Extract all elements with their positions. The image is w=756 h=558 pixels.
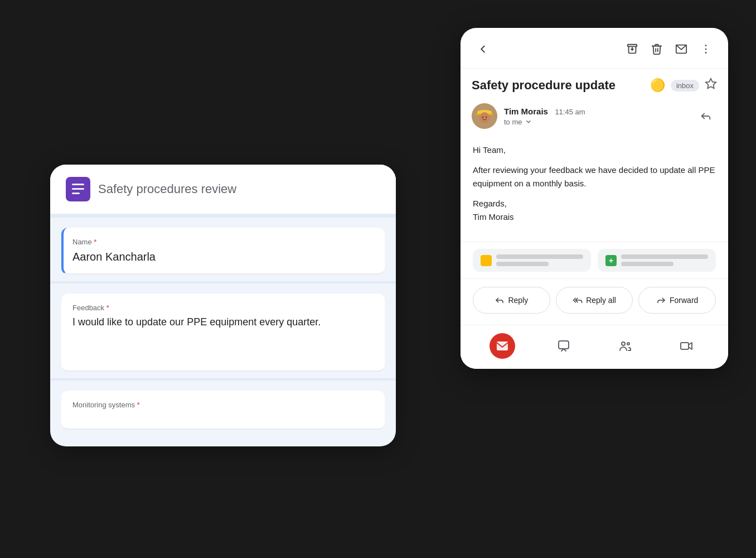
- feedback-field[interactable]: Feedback * I would like to update our PP…: [61, 294, 385, 372]
- gmail-actions: Reply Reply all Forward: [461, 278, 728, 325]
- monitoring-label: Monitoring systems *: [72, 401, 374, 409]
- chip-green-icon: +: [605, 255, 617, 266]
- archive-button[interactable]: [621, 38, 643, 60]
- svg-point-17: [486, 117, 487, 118]
- sender-time: 11:45 am: [555, 108, 585, 116]
- body-paragraph: After reviewing your feedback we have de…: [473, 163, 716, 190]
- divider2: [50, 281, 396, 283]
- chip-line-short-2: [621, 262, 673, 266]
- suggestions-row: +: [461, 242, 728, 278]
- reply-all-button[interactable]: Reply all: [556, 287, 633, 314]
- svg-point-9: [705, 52, 707, 54]
- gmail-card: Safety procedure update 🟡 inbox: [461, 28, 728, 369]
- svg-point-15: [479, 112, 490, 123]
- closing: Regards, Tim Morais: [473, 197, 716, 224]
- forms-title: Safety procedures review: [98, 182, 236, 196]
- svg-point-8: [705, 49, 707, 50]
- chip-lines-2: [621, 254, 708, 266]
- inbox-badge: inbox: [671, 80, 699, 92]
- back-button[interactable]: [472, 38, 494, 60]
- chip-lines-1: [496, 254, 583, 266]
- forms-header: Safety procedures review: [50, 165, 396, 214]
- nav-meet-button[interactable]: [612, 333, 638, 359]
- reply-button[interactable]: Reply: [473, 287, 550, 314]
- nav-video-button[interactable]: [673, 333, 699, 359]
- nav-mail-button[interactable]: [490, 333, 515, 359]
- chip-line: [496, 254, 583, 259]
- suggestion-chip-1[interactable]: [473, 249, 591, 272]
- email-body: Hi Team, After reviewing your feedback w…: [461, 134, 728, 242]
- svg-rect-23: [681, 343, 689, 349]
- mail-button[interactable]: [670, 38, 692, 60]
- svg-point-22: [627, 343, 629, 345]
- monitoring-field[interactable]: Monitoring systems *: [61, 391, 385, 430]
- bottom-nav: [461, 325, 728, 369]
- forward-button[interactable]: Forward: [638, 287, 716, 314]
- svg-marker-10: [706, 79, 716, 88]
- greeting: Hi Team,: [473, 143, 716, 157]
- forms-divider: [50, 214, 396, 218]
- sender-to[interactable]: to me: [504, 118, 688, 126]
- name-value: Aaron Kancharla: [72, 251, 374, 263]
- toolbar-left: [472, 38, 617, 60]
- divider3: [50, 378, 396, 381]
- sender-name: Tim Morais: [504, 107, 548, 116]
- chip-yellow-icon: [481, 255, 492, 266]
- svg-rect-2: [72, 188, 84, 190]
- svg-rect-3: [72, 193, 80, 194]
- svg-rect-1: [72, 184, 84, 185]
- subject-row: Safety procedure update 🟡 inbox: [461, 69, 728, 98]
- nav-chat-button[interactable]: [551, 333, 576, 359]
- feedback-value: I would like to update our PPE equipment…: [72, 316, 374, 328]
- forms-icon: [66, 177, 90, 201]
- suggestion-chip-2[interactable]: +: [598, 249, 716, 272]
- sender-info: Tim Morais 11:45 am to me: [504, 107, 688, 126]
- chip-line-short: [496, 262, 549, 266]
- toolbar-icons: [621, 38, 717, 60]
- name-required: *: [94, 238, 96, 246]
- chip-line-2: [621, 254, 708, 259]
- svg-point-7: [705, 45, 707, 46]
- svg-rect-20: [559, 341, 569, 349]
- monitoring-required: *: [137, 401, 140, 409]
- delete-button[interactable]: [646, 38, 668, 60]
- avatar: [472, 103, 497, 129]
- feedback-label: Feedback *: [72, 304, 374, 312]
- name-field[interactable]: Name * Aaron Kancharla: [61, 228, 385, 275]
- svg-point-21: [622, 342, 625, 345]
- subject-emoji: 🟡: [650, 78, 665, 93]
- star-button[interactable]: [705, 78, 717, 93]
- gmail-toolbar: [461, 28, 728, 69]
- quick-reply-button[interactable]: [695, 105, 717, 127]
- forms-card: Safety procedures review Name * Aaron Ka…: [50, 165, 396, 446]
- subject-text: Safety procedure update: [472, 78, 644, 93]
- name-label: Name *: [72, 238, 374, 246]
- feedback-required: *: [106, 304, 109, 312]
- svg-rect-18: [497, 341, 508, 350]
- sender-name-row: Tim Morais 11:45 am: [504, 107, 688, 117]
- more-button[interactable]: [695, 38, 717, 60]
- svg-point-16: [482, 117, 483, 118]
- sender-row: Tim Morais 11:45 am to me: [461, 98, 728, 134]
